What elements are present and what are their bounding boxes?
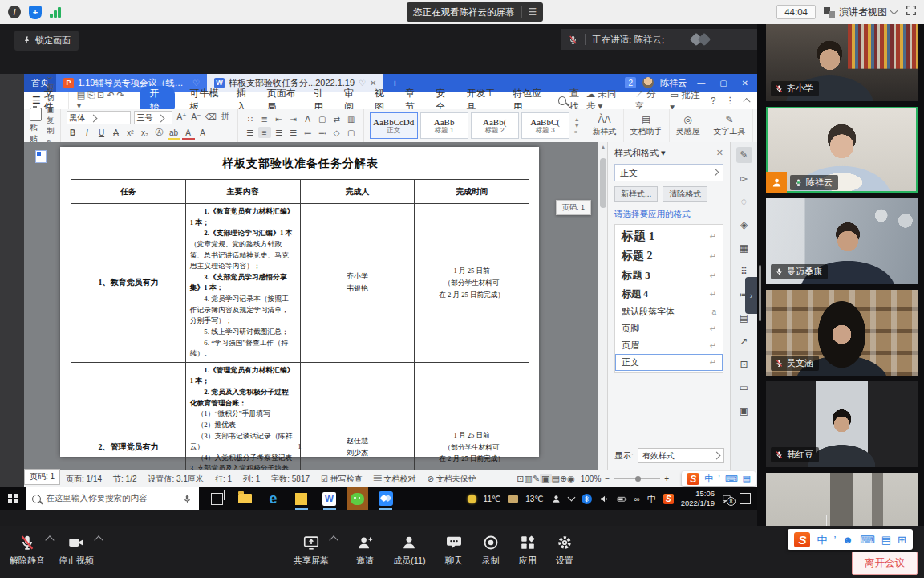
sidebar-scrollbar[interactable] bbox=[759, 265, 761, 321]
sogou-ime-toolbar[interactable]: S中’☻⌨▤⊞ bbox=[788, 529, 913, 550]
control-chat[interactable]: 聊天 bbox=[445, 534, 463, 567]
ime-tool-icon[interactable]: ▤ bbox=[881, 535, 891, 545]
taskbar-search-input[interactable]: 在这里输入你要搜索的内容 bbox=[26, 487, 199, 510]
ime-tool-icon[interactable]: ▤ bbox=[743, 474, 751, 483]
rail-tool-icon[interactable]: ↗ bbox=[736, 333, 752, 349]
ime-tool-icon[interactable]: ⊞ bbox=[898, 535, 906, 545]
participant-tile-陈祥云[interactable]: 陈祥云 bbox=[766, 107, 918, 193]
ribbon-tool-icon[interactable]: ≕ bbox=[316, 127, 329, 138]
new-style-button[interactable]: 新样式... bbox=[614, 186, 658, 202]
view-icon[interactable]: ✎ bbox=[533, 474, 540, 483]
control-settings[interactable]: 设置 bbox=[556, 534, 573, 567]
control-caret[interactable] bbox=[329, 535, 338, 544]
rail-tool-icon[interactable]: ◌ bbox=[736, 193, 752, 210]
ribbon-tool-icon[interactable]: Ⓐ bbox=[153, 127, 166, 138]
collapse-ribbon-icon[interactable] bbox=[743, 97, 750, 104]
control-stop-video[interactable]: 停止视频 bbox=[59, 534, 94, 567]
banner-menu-icon[interactable]: ☰ bbox=[521, 6, 537, 18]
show-filter-select[interactable]: 有效样式 bbox=[638, 448, 724, 463]
status-item[interactable]: ▤ 文档校对 bbox=[374, 474, 416, 485]
panel-style-item[interactable]: 标题 3↵ bbox=[615, 266, 723, 285]
sticky-notes-icon[interactable] bbox=[291, 487, 312, 510]
ime-tool-icon[interactable]: 中 bbox=[817, 535, 827, 545]
rail-tool-icon[interactable]: ⊡ bbox=[736, 356, 752, 372]
ribbon-tool-icon[interactable]: ≔ bbox=[302, 127, 314, 138]
wechat-icon[interactable] bbox=[347, 487, 368, 510]
status-item[interactable]: 列: 1 bbox=[243, 474, 260, 485]
ribbon-button-新样式[interactable]: ÀA新样式 bbox=[586, 109, 624, 142]
edge-browser-icon[interactable]: e bbox=[263, 487, 284, 510]
control-members[interactable]: 成员(11) bbox=[393, 534, 426, 567]
scrollbar-thumb[interactable] bbox=[600, 158, 606, 208]
panel-style-item[interactable]: 页脚↵ bbox=[615, 320, 723, 337]
action-center-icon[interactable] bbox=[740, 493, 751, 504]
ime-tool-icon[interactable]: ’ bbox=[833, 535, 836, 545]
ribbon-tool-icon[interactable]: ▥ bbox=[345, 113, 358, 124]
ime-tool-icon[interactable]: ⌨ bbox=[860, 535, 875, 545]
wps-office-icon[interactable]: W bbox=[319, 487, 340, 510]
view-icon[interactable]: ◉ bbox=[567, 474, 575, 483]
fullscreen-toggle-icon[interactable] bbox=[905, 4, 918, 20]
ribbon-tool-icon[interactable]: ⌫ bbox=[205, 111, 217, 122]
rail-tool-icon[interactable]: ✎ bbox=[736, 147, 752, 163]
help-icon[interactable]: ? bbox=[711, 96, 715, 105]
control-unmute[interactable]: 解除静音 bbox=[10, 534, 45, 567]
ribbon-tool-icon[interactable]: A bbox=[302, 113, 314, 124]
control-share-screen[interactable]: 共享屏幕 bbox=[294, 534, 329, 567]
status-item[interactable]: 字数: 5817 bbox=[271, 474, 310, 485]
panel-style-item[interactable]: 页眉↵ bbox=[615, 337, 723, 354]
style-card-标题 2[interactable]: AaBb(标题 2 bbox=[471, 112, 519, 139]
panel-style-item[interactable]: 标题 4↵ bbox=[615, 285, 723, 303]
sogou-ime-bar[interactable]: S中’⌨▤ bbox=[682, 471, 756, 486]
font-size-select[interactable]: 三号 bbox=[134, 111, 172, 124]
ribbon-tool-icon[interactable]: A bbox=[182, 127, 195, 140]
cut-button[interactable]: ✂ 剪切 bbox=[47, 74, 55, 104]
task-view-button[interactable] bbox=[207, 487, 228, 510]
status-item[interactable]: 节: 1/2 bbox=[113, 474, 136, 485]
ribbon-tool-icon[interactable]: A bbox=[110, 127, 123, 138]
ime-tool-icon[interactable]: ⌨ bbox=[725, 474, 738, 483]
participant-tile-韩红豆[interactable]: 韩红豆 bbox=[766, 381, 918, 467]
docs-count-badge[interactable]: 2 bbox=[625, 77, 636, 88]
ribbon-tool-icon[interactable]: B bbox=[67, 127, 79, 138]
participant-tile-曼迈桑康[interactable]: 曼迈桑康 bbox=[766, 198, 918, 284]
ime-tool-icon[interactable]: ’ bbox=[718, 474, 719, 483]
rail-tool-icon[interactable]: ◈ bbox=[736, 217, 752, 233]
participant-tile-吴文涵[interactable]: 吴文涵 bbox=[766, 290, 918, 376]
style-card-正文[interactable]: AaBbCcDd正文 bbox=[370, 112, 418, 139]
taskbar-clock[interactable]: 15:06 2022/1/19 bbox=[681, 489, 715, 509]
status-item[interactable]: 设置值: 3.1厘米 bbox=[148, 474, 204, 485]
control-caret[interactable] bbox=[45, 535, 54, 544]
info-icon[interactable]: i bbox=[8, 6, 21, 18]
ribbon-tool-icon[interactable]: A⁻ bbox=[190, 111, 203, 122]
view-icon[interactable]: ▣ bbox=[540, 474, 551, 483]
ribbon-tool-icon[interactable]: ⇥ bbox=[287, 113, 300, 124]
ribbon-tool-icon[interactable]: A⁺ bbox=[176, 111, 188, 122]
rail-tool-icon[interactable]: ▻ bbox=[736, 170, 752, 186]
people-icon[interactable] bbox=[551, 494, 561, 504]
ime-tool-icon[interactable]: 中 bbox=[704, 474, 713, 483]
control-invite[interactable]: 邀请 bbox=[356, 534, 374, 567]
current-style-select[interactable]: 正文 bbox=[614, 164, 723, 181]
security-shield-icon[interactable]: + bbox=[29, 6, 42, 19]
ribbon-tool-icon[interactable]: ab bbox=[168, 127, 180, 140]
style-card-标题 1[interactable]: AaBb标题 1 bbox=[420, 112, 468, 139]
panel-collapse-handle[interactable]: › bbox=[745, 277, 757, 314]
ribbon-button-文字工具[interactable]: ✎文字工具 bbox=[707, 109, 753, 142]
zoom-slider[interactable] bbox=[614, 478, 660, 480]
ribbon-tool-icon[interactable]: ⇄ bbox=[330, 113, 343, 124]
ribbon-button-灵感屋[interactable]: ◎灵感屋 bbox=[670, 109, 707, 142]
smart-tag-icon[interactable] bbox=[35, 150, 47, 163]
voice-search-icon[interactable] bbox=[182, 494, 192, 504]
start-button[interactable] bbox=[8, 494, 18, 503]
font-name-select[interactable]: 黑体 bbox=[67, 111, 131, 124]
notification-icon[interactable]: 8 bbox=[722, 494, 732, 504]
style-card-标题 3[interactable]: AaBbC(标题 3 bbox=[521, 112, 569, 139]
weather-sun-icon[interactable] bbox=[468, 495, 476, 503]
ribbon-tool-icon[interactable]: ☰ bbox=[287, 127, 300, 138]
status-item[interactable]: 页面: 1/14 bbox=[66, 474, 102, 485]
ribbon-tool-icon[interactable]: x² bbox=[124, 127, 137, 138]
restore-button[interactable]: ▢ bbox=[715, 79, 731, 88]
sogou-tray-icon[interactable]: S bbox=[663, 494, 674, 504]
ribbon-tool-icon[interactable]: I bbox=[81, 127, 94, 138]
